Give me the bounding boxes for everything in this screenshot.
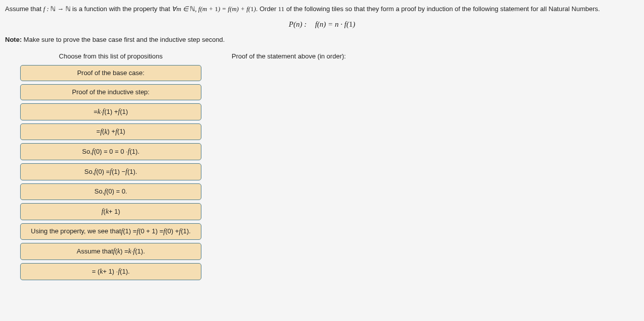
intro-post1: . Order — [256, 5, 278, 13]
property-eq: ∀m ∈ ℕ, f(m + 1) = f(m) + f(1) — [172, 5, 256, 13]
statement-equation: P(n) : f(n) = n · f(1) — [5, 20, 639, 29]
columns-wrapper: Choose from this list of propositions Pr… — [5, 52, 639, 283]
tile-kf1-plus-f1[interactable]: = k · f(1) + f(1) — [20, 103, 201, 120]
tile-inductive-step[interactable]: Proof of the inductive step: — [20, 84, 201, 100]
tile-f0-eq-0[interactable]: So, f(0) = 0. — [20, 183, 201, 201]
tile-fk-plus-f1[interactable]: = f(k) + f(1) — [20, 123, 201, 141]
tile-assume-fk[interactable]: Assume that f(k) = k · f(1). — [20, 243, 201, 260]
tile-f0-eq-diff[interactable]: So, f(0) = f(1) − f(1). — [20, 163, 201, 180]
tile-fk-plus-1[interactable]: f(k + 1) — [20, 203, 201, 220]
statement-label: P(n) : — [289, 20, 307, 28]
tile-f0-eq-0f1[interactable]: So, f(0) = 0 = 0 · f(1). — [20, 143, 201, 160]
intro-mid: is a function with the property that — [70, 5, 172, 13]
tile-kplus1-f1[interactable]: = (k + 1) · f(1). — [20, 263, 201, 280]
page-container: Assume that f : ℕ → ℕ is a function with… — [0, 0, 644, 287]
note-line: Note: Make sure to prove the base case f… — [5, 36, 639, 43]
intro-pre: Assume that — [5, 5, 43, 13]
tile-using-property[interactable]: Using the property, we see thatf(1) = f(… — [20, 223, 201, 240]
note-text: Make sure to prove the base case first a… — [22, 36, 225, 43]
proof-header: Proof of the statement above (in order): — [232, 52, 639, 60]
source-column: Choose from this list of propositions Pr… — [20, 52, 201, 283]
intro-post2: of the following tiles so that they form… — [284, 5, 600, 13]
tiles-list: Proof of the base case:Proof of the indu… — [20, 65, 201, 280]
source-header: Choose from this list of propositions — [20, 52, 201, 60]
statement-body: f(n) = n · f(1) — [315, 20, 355, 28]
order-count: 11 — [278, 5, 284, 13]
problem-intro: Assume that f : ℕ → ℕ is a function with… — [5, 4, 639, 15]
note-label: Note: — [5, 36, 22, 43]
func-def: f : ℕ → ℕ — [43, 5, 70, 13]
proof-column[interactable]: Proof of the statement above (in order): — [232, 52, 639, 283]
tile-base-case[interactable]: Proof of the base case: — [20, 65, 201, 81]
